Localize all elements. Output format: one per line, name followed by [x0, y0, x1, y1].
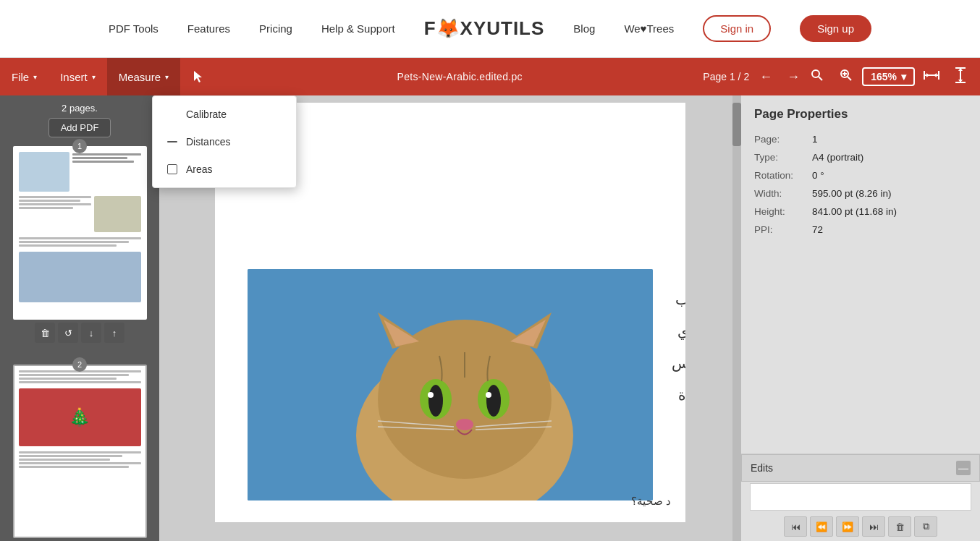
svg-point-28: [428, 392, 434, 398]
prop-ppi-value: 72: [812, 224, 967, 235]
vertical-scrollbar[interactable]: [732, 95, 741, 541]
nav-we-heart-trees[interactable]: We♥Trees: [624, 22, 674, 35]
filename-display: Pets-New-Arabic.edited.pc: [216, 71, 703, 82]
measure-dropdown-menu: Calibrate Distances Areas: [152, 95, 297, 188]
page-1-badge: 1: [72, 139, 87, 153]
zoom-in-button[interactable]: [833, 65, 859, 89]
edits-header: Edits —: [741, 454, 980, 482]
insert-menu-caret: ▾: [92, 73, 96, 81]
page-2-badge: 2: [72, 357, 87, 372]
svg-marker-11: [934, 73, 937, 77]
prop-rotation-value: 0 °: [812, 170, 967, 181]
edits-delete-button[interactable]: 🗑: [888, 516, 911, 537]
page-2-thumbnail[interactable]: 🎄: [13, 365, 147, 538]
search-icon: [810, 68, 824, 82]
page-1-thumbnail[interactable]: [13, 146, 147, 320]
edits-copy-button[interactable]: ⧉: [914, 516, 937, 537]
insert-menu-button[interactable]: Insert ▾: [48, 58, 107, 95]
delete-page-button[interactable]: 🗑: [35, 323, 55, 343]
edits-collapse-button[interactable]: —: [956, 461, 971, 475]
add-pdf-button[interactable]: Add PDF: [48, 118, 111, 137]
svg-point-30: [456, 419, 473, 430]
nav-pricing[interactable]: Pricing: [259, 22, 292, 35]
edits-last-button[interactable]: ⏭: [862, 516, 885, 537]
edits-section: Edits — ⏮ ⏪ ⏩ ⏭ 🗑 ⧉: [741, 453, 980, 541]
prop-row-rotation: Rotation: 0 °: [754, 166, 967, 184]
file-menu-caret: ▾: [33, 73, 37, 81]
page-properties-table: Page: 1 Type: A4 (portrait) Rotation: 0 …: [741, 130, 980, 239]
prop-width-label: Width:: [754, 188, 812, 199]
svg-line-6: [848, 77, 851, 80]
rotate-page-button[interactable]: ↺: [58, 323, 78, 343]
edits-prev-button[interactable]: ⏪: [810, 516, 833, 537]
zoom-value: 165%: [871, 71, 897, 82]
edits-collapse-icon: —: [958, 462, 968, 474]
svg-line-2: [819, 77, 822, 80]
logo[interactable]: F🦊XYUTILS: [424, 17, 545, 40]
distances-label: Distances: [186, 136, 230, 148]
edits-first-button[interactable]: ⏮: [784, 516, 807, 537]
prev-page-button[interactable]: ←: [755, 67, 777, 88]
svg-marker-10: [926, 73, 929, 77]
cursor-tool-button[interactable]: [180, 58, 216, 95]
areas-icon: [166, 163, 179, 176]
fit-page-icon: [954, 67, 967, 83]
pages-count-label: 2 pages.: [62, 103, 98, 114]
svg-point-1: [812, 70, 819, 77]
next-page-button[interactable]: →: [782, 67, 804, 88]
prop-type-value: A4 (portrait): [812, 152, 967, 163]
fit-width-icon: [924, 69, 939, 81]
prop-row-height: Height: 841.00 pt (11.68 in): [754, 203, 967, 221]
zoom-level-display[interactable]: 165% ▾: [862, 67, 915, 86]
zoom-in-icon: [839, 68, 853, 82]
zoom-caret: ▾: [901, 71, 906, 82]
fit-width-button[interactable]: [918, 67, 945, 88]
measure-menu-label: Measure: [119, 71, 161, 83]
areas-label: Areas: [186, 163, 213, 175]
measure-menu-button[interactable]: Measure ▾: [107, 58, 180, 95]
bottom-arabic-text: د صحية؟: [631, 495, 671, 508]
page-properties-title: Page Properties: [741, 95, 980, 130]
nav-pdf-tools[interactable]: PDF Tools: [109, 22, 159, 35]
prop-ppi-label: PPI:: [754, 224, 812, 235]
prop-height-label: Height:: [754, 206, 812, 217]
page-1-controls: 🗑 ↺ ↓ ↑: [13, 323, 147, 343]
svg-point-27: [486, 385, 501, 417]
right-panel: Page Properties Page: 1 Type: A4 (portra…: [741, 95, 980, 541]
edits-content-area: [750, 483, 971, 511]
calibrate-label: Calibrate: [186, 108, 227, 120]
fit-page-button[interactable]: [948, 64, 973, 90]
page-navigation: Page 1 / 2 ← →: [703, 67, 804, 88]
edits-next-button[interactable]: ⏩: [836, 516, 859, 537]
prop-page-value: 1: [812, 134, 967, 145]
measure-distances-item[interactable]: Distances: [153, 128, 296, 156]
distances-icon: [166, 135, 179, 148]
prop-page-label: Page:: [754, 134, 812, 145]
calibrate-icon: [166, 108, 179, 121]
page-label: Page 1 / 2: [703, 71, 749, 82]
pdf-image-area: [248, 269, 653, 500]
prop-width-value: 595.00 pt (8.26 in): [812, 188, 967, 199]
scrollbar-thumb[interactable]: [732, 103, 741, 146]
edits-toolbar: ⏮ ⏪ ⏩ ⏭ 🗑 ⧉: [741, 512, 980, 541]
search-button[interactable]: [804, 65, 830, 89]
nav-help-support[interactable]: Help & Support: [321, 22, 395, 35]
toolbar: File ▾ Insert ▾ Measure ▾ Pets-New-Arabi…: [0, 58, 980, 95]
filename-text: Pets-New-Arabic.edited.pc: [397, 71, 523, 82]
move-page-up-button[interactable]: ↑: [104, 323, 124, 343]
sidebar: 2 pages. Add PDF 1: [0, 95, 159, 541]
file-menu-button[interactable]: File ▾: [0, 58, 48, 95]
prop-type-label: Type:: [754, 152, 812, 163]
measure-calibrate-item[interactable]: Calibrate: [153, 101, 296, 128]
main-layout: 2 pages. Add PDF 1: [0, 95, 980, 541]
top-navigation: PDF Tools Features Pricing Help & Suppor…: [0, 0, 980, 58]
cat-illustration: [248, 269, 653, 500]
measure-areas-item[interactable]: Areas: [153, 156, 296, 183]
prop-height-value: 841.00 pt (11.68 in): [812, 206, 967, 217]
nav-blog[interactable]: Blog: [573, 22, 595, 35]
move-page-down-button[interactable]: ↓: [81, 323, 101, 343]
toolbar-right: 165% ▾: [804, 64, 980, 90]
nav-features[interactable]: Features: [187, 22, 230, 35]
sign-up-button[interactable]: Sign up: [800, 15, 871, 42]
sign-in-button[interactable]: Sign in: [703, 15, 771, 42]
